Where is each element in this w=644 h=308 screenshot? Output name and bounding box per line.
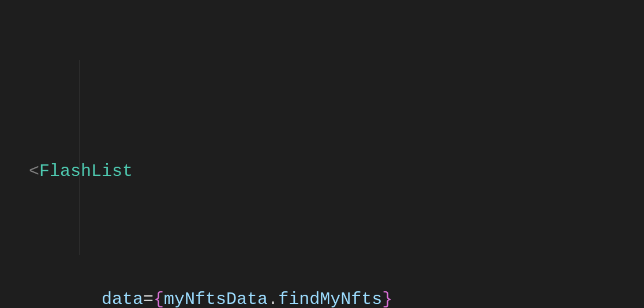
brace-open: { <box>153 290 164 308</box>
jsx-tag-name: FlashList <box>39 161 133 181</box>
jsx-attr-data: data <box>102 290 143 308</box>
variable-mynftsdata: myNftsData <box>164 290 268 308</box>
property-findmynfts: findMyNfts <box>278 290 382 308</box>
code-block[interactable]: <FlashList data={myNftsData.findMyNfts} … <box>29 28 615 308</box>
code-line-open-tag: <FlashList <box>29 156 615 188</box>
brace-close: } <box>382 290 392 308</box>
code-line-data: data={myNftsData.findMyNfts} <box>29 284 615 308</box>
angle-bracket-open: < <box>29 161 39 181</box>
indent-guide <box>80 60 80 255</box>
